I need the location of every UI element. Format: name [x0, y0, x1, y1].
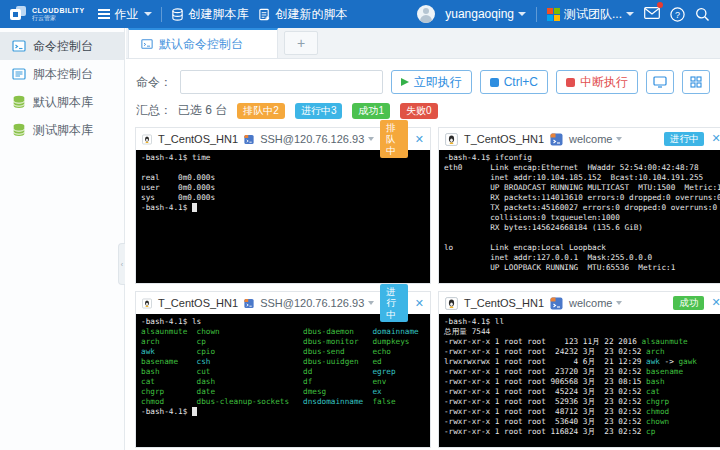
topbar-divider: [536, 7, 537, 22]
session-select[interactable]: welcome: [569, 297, 622, 309]
play-icon: [401, 78, 409, 86]
chevron-down-icon: [518, 12, 526, 16]
host-name: T_CentOS_HN1: [464, 133, 544, 145]
command-label: 命令：: [136, 74, 172, 91]
tab-strip: 默认命令控制台 +: [126, 28, 720, 59]
command-input[interactable]: [180, 70, 383, 94]
grid-layout-button[interactable]: [682, 70, 710, 94]
team-label: 测试团队...: [564, 6, 622, 23]
session-select[interactable]: SSH@120.76.126.93: [260, 297, 374, 309]
create-new-script-label: 创建新的脚本: [276, 6, 348, 23]
messages-button[interactable]: [644, 5, 660, 23]
notification-dot: [657, 2, 663, 8]
terminal-card-header: T_CentOS_HN1 welcome 进行中 ✕: [439, 128, 720, 150]
run-now-label: 立即执行: [414, 74, 462, 91]
team-menu[interactable]: 测试团队...: [547, 6, 634, 23]
tab-default-command-console[interactable]: 默认命令控制台: [128, 28, 278, 58]
os-linux-icon: [445, 297, 458, 310]
chevron-down-icon: [626, 12, 634, 16]
terminal-console-icon: [141, 38, 153, 50]
host-name: T_CentOS_HN1: [158, 297, 238, 309]
terminal-output[interactable]: -bash-4.1$ time real 0m0.000suser 0m0.00…: [136, 150, 430, 283]
chevron-down-icon: [368, 137, 374, 141]
close-icon[interactable]: ✕: [415, 134, 424, 145]
status-badge-running: 进行中3: [295, 103, 343, 119]
terminal-card-header: T_CentOS_HN1 SSH@120.76.126.93 进行中 ✕: [136, 292, 430, 314]
interrupt-button[interactable]: 中断执行: [556, 70, 638, 94]
terminal-console-icon: [12, 39, 26, 53]
sidebar-collapse-handle[interactable]: ‹: [118, 243, 125, 285]
terminal-output[interactable]: -bash-4.1$ ll总用量 7544-rwxr-xr-x 1 root r…: [439, 314, 720, 447]
fullscreen-terminal-button[interactable]: [646, 70, 674, 94]
create-new-script-button[interactable]: 创建新的脚本: [258, 6, 348, 23]
sidebar-item-command-console[interactable]: 命令控制台: [0, 32, 124, 60]
os-linux-icon: [142, 133, 152, 146]
ctrl-c-button[interactable]: Ctrl+C: [480, 70, 548, 94]
script-console-icon: [12, 67, 26, 81]
close-icon[interactable]: ✕: [711, 133, 720, 144]
terminal-card: T_CentOS_HN1 welcome 进行中 ✕ -bash-4.1$ if…: [438, 127, 720, 284]
tab-label: 默认命令控制台: [159, 36, 243, 53]
chevron-down-icon: [144, 12, 152, 16]
sidebar-item-test-script-lib[interactable]: 测试脚本库: [0, 116, 124, 144]
terminal-card-header: T_CentOS_HN1 SSH@120.76.126.93 排队中 ✕: [136, 128, 430, 150]
hamburger-icon: [98, 9, 110, 19]
search-icon[interactable]: [695, 7, 710, 22]
logo-icon: [10, 6, 27, 23]
os-linux-icon: [142, 297, 152, 310]
jobs-menu[interactable]: 作业: [98, 6, 152, 23]
run-now-button[interactable]: 立即执行: [391, 70, 472, 94]
username-label: yuangaoqing: [445, 7, 514, 21]
selected-count: 已选 6 台: [178, 102, 227, 119]
terminal-output[interactable]: -bash-4.1$ lsalsaunmute chown dbus-daemo…: [136, 314, 430, 447]
chevron-down-icon: [616, 301, 622, 305]
new-document-icon: [258, 8, 271, 21]
logo-title: CLOUDBILITY: [32, 7, 85, 14]
session-icon: [244, 297, 254, 310]
summary-row: 汇总： 已选 6 台 排队中2 进行中3 成功1 失败0: [136, 102, 710, 119]
session-label: SSH@120.76.126.93: [260, 133, 364, 145]
status-badge-queued: 排队中2: [237, 103, 285, 119]
terminal-card: T_CentOS_HN1 welcome 成功 ✕ -bash-4.1$ ll总…: [438, 291, 720, 448]
jobs-menu-label: 作业: [115, 6, 139, 23]
topbar: CLOUDBILITY 行云管家 作业 创建脚本库 创建新的脚本 yuangao…: [0, 0, 720, 28]
sidebar-item-label: 脚本控制台: [33, 66, 93, 83]
terminal-card-header: T_CentOS_HN1 welcome 成功 ✕: [439, 292, 720, 314]
database-icon: [12, 95, 26, 109]
team-icon: [547, 8, 560, 21]
command-bar: 命令： 立即执行 Ctrl+C 中断执行: [136, 70, 710, 94]
topbar-divider: [161, 7, 162, 22]
status-badge: 进行中: [380, 284, 407, 321]
user-avatar[interactable]: [417, 5, 435, 23]
close-icon[interactable]: ✕: [415, 298, 424, 309]
session-label: SSH@120.76.126.93: [260, 297, 364, 309]
terminal-cards-grid: T_CentOS_HN1 SSH@120.76.126.93 排队中 ✕ -ba…: [135, 127, 712, 448]
close-icon[interactable]: ✕: [711, 297, 720, 308]
session-select[interactable]: SSH@120.76.126.93: [260, 133, 374, 145]
session-label: welcome: [569, 133, 612, 145]
add-tab-button[interactable]: +: [284, 31, 318, 55]
terminal-output[interactable]: -bash-4.1$ ifconfigeth0 Link encap:Ether…: [439, 150, 720, 283]
terminal-card: T_CentOS_HN1 SSH@120.76.126.93 排队中 ✕ -ba…: [135, 127, 431, 284]
os-linux-icon: [445, 133, 458, 146]
app-logo[interactable]: CLOUDBILITY 行云管家: [10, 6, 85, 23]
session-select[interactable]: welcome: [569, 133, 622, 145]
main-content: 默认命令控制台 + 命令： 立即执行 Ctrl+C 中断执行: [126, 28, 720, 450]
chevron-down-icon: [368, 301, 374, 305]
user-menu[interactable]: yuangaoqing: [445, 7, 526, 21]
status-badge: 进行中: [664, 132, 705, 146]
help-icon[interactable]: ?: [670, 7, 685, 22]
sidebar-item-default-script-lib[interactable]: 默认脚本库: [0, 88, 124, 116]
sidebar-item-script-console[interactable]: 脚本控制台: [0, 60, 124, 88]
logo-subtitle: 行云管家: [32, 15, 85, 21]
session-icon: [244, 133, 254, 146]
host-name: T_CentOS_HN1: [464, 297, 544, 309]
envelope-icon: [644, 7, 660, 19]
database-icon: [12, 123, 26, 137]
terminal-card: T_CentOS_HN1 SSH@120.76.126.93 进行中 ✕ -ba…: [135, 291, 431, 448]
grid-icon: [690, 76, 702, 88]
status-badge-success: 成功1: [352, 103, 390, 119]
ctrl-c-label: Ctrl+C: [504, 75, 538, 89]
svg-text:?: ?: [675, 9, 680, 19]
create-script-lib-button[interactable]: 创建脚本库: [171, 6, 249, 23]
